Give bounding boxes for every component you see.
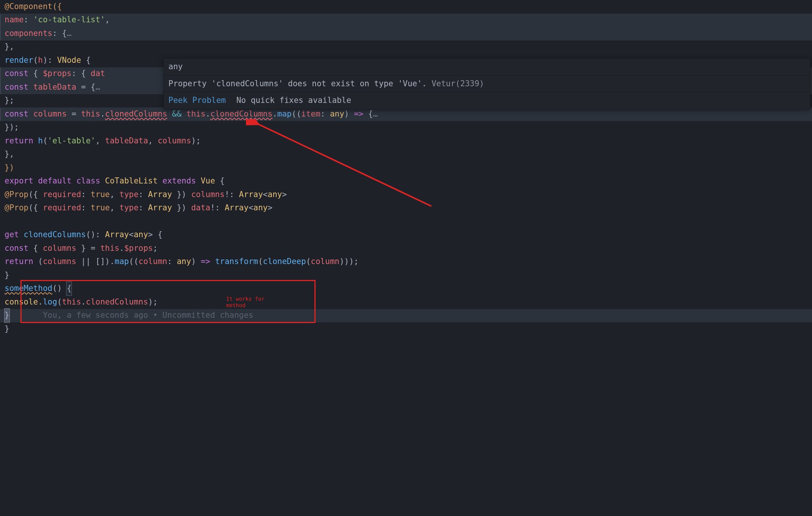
code-line[interactable]: }	[0, 322, 812, 336]
code-line[interactable]: @Prop({ required: true, type: Array }) c…	[0, 188, 812, 202]
code-line[interactable]: export default class CoTableList extends…	[0, 175, 812, 188]
code-line[interactable]: });	[0, 121, 812, 135]
type: VNode	[57, 54, 81, 67]
object-key: name	[5, 13, 24, 27]
error-identifier[interactable]: clonedColumns	[105, 107, 167, 121]
error-identifier[interactable]: clonedColumns	[210, 107, 272, 121]
object-key: components	[5, 27, 52, 40]
code-line[interactable]: return h('el-table', tableData, columns)…	[0, 134, 812, 148]
brace-close: }	[5, 309, 9, 322]
class-name: CoTableList	[105, 174, 158, 188]
code-line[interactable]: })	[0, 161, 812, 175]
code-line[interactable]: return (columns || []).map((column: any)…	[0, 255, 812, 269]
code-line[interactable]: const { columns } = this.$props;	[0, 242, 812, 255]
code-line[interactable]: const columns = this.clonedColumns && th…	[0, 107, 812, 121]
code-line[interactable]	[0, 215, 812, 228]
fold-indicator[interactable]: …	[67, 27, 72, 40]
hover-actions: Peek ProblemNo quick fixes available	[164, 92, 810, 109]
annotation-text: It works for method	[226, 296, 287, 309]
var-name: columns	[33, 107, 67, 121]
fold-indicator[interactable]: …	[373, 107, 378, 121]
peek-problem-link[interactable]: Peek Problem	[168, 96, 226, 105]
hover-type: any	[164, 59, 810, 76]
param: h	[38, 54, 43, 67]
code-line[interactable]: name: 'co-table-list',	[0, 14, 812, 27]
code-line[interactable]: },	[0, 40, 812, 54]
code-line[interactable]: @Component({	[0, 0, 812, 14]
decorator: @Component	[5, 0, 52, 14]
method-name: render	[5, 54, 33, 67]
hover-tooltip[interactable]: any Property 'clonedColumns' does not ex…	[163, 58, 810, 109]
fold-indicator[interactable]: …	[95, 81, 100, 94]
code-line[interactable]: components: {…	[0, 27, 812, 40]
code-line[interactable]: @Prop({ required: true, type: Array }) d…	[0, 202, 812, 215]
no-fix-label: No quick fixes available	[236, 96, 351, 105]
string-literal: 'co-table-list'	[33, 13, 105, 27]
code-line[interactable]: get clonedColumns(): Array<any> {	[0, 228, 812, 242]
hover-message: Property 'clonedColumns' does not exist …	[164, 76, 810, 93]
code-line[interactable]: },	[0, 148, 812, 162]
